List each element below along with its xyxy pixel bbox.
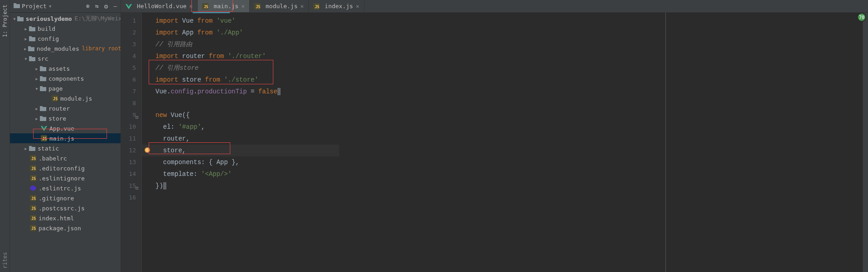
tree-label: package.json <box>39 225 81 232</box>
tree-label: .postcssrc.js <box>39 205 85 212</box>
js-file-icon <box>41 135 47 141</box>
tab-mainjs[interactable]: main.js × <box>198 0 250 12</box>
folder-icon <box>29 56 35 61</box>
tree-item-appvue[interactable]: App.vue <box>10 123 121 133</box>
tree-label: build <box>38 25 55 32</box>
svg-rect-14 <box>40 77 46 81</box>
line-number: 8 <box>121 97 141 109</box>
fold-icon[interactable]: ⊟ <box>136 183 138 194</box>
hide-icon[interactable]: ― <box>113 3 117 10</box>
tree-item-router[interactable]: ▸ router <box>10 103 121 113</box>
favorites-tool-tab[interactable]: rites <box>2 248 8 272</box>
eslint-file-icon <box>30 185 36 191</box>
inspection-badge[interactable]: 70 <box>857 13 866 22</box>
tree-item-page[interactable]: ▾ page <box>10 83 121 93</box>
tree-item-mainjs[interactable]: main.js <box>10 133 121 143</box>
tree-label: src <box>38 55 48 62</box>
code-line: import Vue from 'vue' <box>142 15 339 27</box>
expand-arrow-icon[interactable]: ▾ <box>24 55 28 62</box>
close-icon[interactable]: × <box>241 3 245 10</box>
locate-icon[interactable]: ⊕ <box>86 3 90 10</box>
code-line <box>142 192 339 204</box>
svg-rect-3 <box>17 16 20 18</box>
line-number: 11 <box>121 133 141 145</box>
lightbulb-icon[interactable] <box>145 147 150 153</box>
code-line: // 引用store <box>142 62 339 74</box>
tree-item-packagejson[interactable]: package.json <box>10 223 121 233</box>
config-file-icon <box>30 175 36 181</box>
svg-rect-15 <box>40 76 43 78</box>
collapse-arrow-icon[interactable]: ▸ <box>34 75 39 82</box>
fold-icon[interactable]: ⊟ <box>136 112 138 124</box>
project-tree: ▾ seriouslydemo E:\无聊\MyWeixin\seriously… <box>10 13 121 272</box>
code-line: store, <box>142 145 339 156</box>
sidebar-tools: ⊕ ⇆ ⚙ ― <box>86 3 117 10</box>
line-gutter: 1 2 3 4 5 6 7 8 9 10 11 12 13 14 15 16 <box>121 13 142 272</box>
tree-label: page <box>48 85 63 92</box>
collapse-arrow-icon[interactable]: ▸ <box>24 35 28 42</box>
tree-label: .babelrc <box>39 155 67 162</box>
svg-rect-2 <box>17 17 24 21</box>
code-line: template: '<App/>' <box>142 168 339 180</box>
collapse-arrow-icon[interactable]: ▸ <box>24 145 28 152</box>
sidebar-dropdown[interactable]: ▾ <box>48 3 52 10</box>
tree-item-store[interactable]: ▸ store <box>10 113 121 123</box>
code-content[interactable]: import Vue from 'vue' import App from '.… <box>142 13 339 272</box>
tab-label: index.js <box>325 3 353 10</box>
tab-label: main.js <box>213 3 238 10</box>
tree-item-eslintrc[interactable]: .eslintrc.js <box>10 183 121 193</box>
tree-item-postcssrc[interactable]: .postcssrc.js <box>10 203 121 213</box>
tree-item-node-modules[interactable]: ▸ node_modules library root <box>10 44 121 53</box>
collapse-arrow-icon[interactable]: ▸ <box>24 45 27 52</box>
tab-modulejs[interactable]: module.js × <box>250 0 309 12</box>
expand-arrow-icon[interactable]: ▾ <box>34 85 39 92</box>
tree-item-build[interactable]: ▸ build <box>10 24 121 34</box>
expand-arrow-icon[interactable]: ▾ <box>13 15 16 22</box>
tree-label: router <box>48 105 70 112</box>
tree-item-eslintignore[interactable]: .eslintignore <box>10 173 121 183</box>
tab-indexjs[interactable]: index.js × <box>309 0 364 12</box>
js-file-icon <box>313 3 320 10</box>
tree-item-babelrc[interactable]: .babelrc <box>10 153 121 163</box>
svg-rect-19 <box>40 106 43 107</box>
close-icon[interactable]: × <box>189 3 193 10</box>
tree-item-gitignore[interactable]: .gitignore <box>10 193 121 203</box>
tree-item-static[interactable]: ▸ static <box>10 143 121 153</box>
collapse-arrow-icon[interactable]: ▸ <box>34 105 39 112</box>
js-file-icon <box>30 205 36 211</box>
tree-item-src[interactable]: ▾ src <box>10 53 121 63</box>
close-icon[interactable]: × <box>300 3 304 10</box>
svg-rect-6 <box>29 37 35 41</box>
tree-item-editorconfig[interactable]: .editorconfig <box>10 163 121 173</box>
svg-rect-8 <box>28 47 34 51</box>
close-icon[interactable]: × <box>356 3 359 10</box>
collapse-arrow-icon[interactable]: ▸ <box>34 115 39 122</box>
tree-label: components <box>48 75 84 82</box>
cursor <box>277 88 281 95</box>
sidebar-title: Project <box>22 3 47 10</box>
tree-item-config[interactable]: ▸ config <box>10 34 121 44</box>
tree-item-indexhtml[interactable]: index.html <box>10 213 121 223</box>
line-number: 6 <box>121 74 141 86</box>
tree-item-components[interactable]: ▸ components <box>10 73 121 83</box>
json-file-icon <box>30 225 36 231</box>
tree-root[interactable]: ▾ seriouslydemo E:\无聊\MyWeixin\seriously… <box>10 14 121 24</box>
collapse-arrow-icon[interactable]: ▸ <box>24 25 28 32</box>
marker-bar[interactable] <box>863 13 868 272</box>
js-file-icon <box>52 95 58 102</box>
collapse-icon[interactable]: ⇆ <box>95 3 99 10</box>
folder-icon <box>40 116 46 121</box>
vue-file-icon <box>126 4 132 9</box>
svg-rect-11 <box>29 56 32 58</box>
tab-helloworld[interactable]: HelloWorld.vue × <box>121 0 198 12</box>
tree-item-assets[interactable]: ▸ assets <box>10 63 121 73</box>
gear-icon[interactable]: ⚙ <box>104 3 108 10</box>
folder-icon <box>40 66 46 71</box>
tree-label: seriouslydemo <box>26 15 72 22</box>
config-file-icon <box>30 165 36 171</box>
line-number: 2 <box>121 27 141 39</box>
collapse-arrow-icon[interactable]: ▸ <box>34 65 39 72</box>
project-tool-tab[interactable]: 1: Project <box>2 0 8 42</box>
code-editor[interactable]: 1 2 3 4 5 6 7 8 9 10 11 12 13 14 15 16 i… <box>121 13 868 272</box>
tree-item-modulejs[interactable]: module.js <box>10 93 121 103</box>
